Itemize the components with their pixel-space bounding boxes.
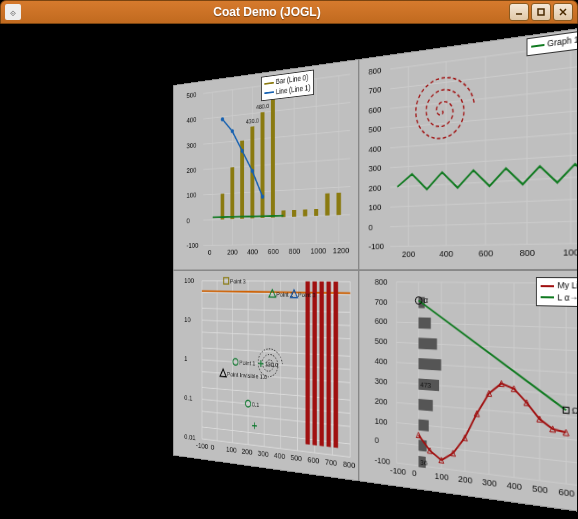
svg-rect-45 [325,193,329,215]
svg-rect-39 [261,112,265,218]
svg-text:1000: 1000 [311,246,327,256]
svg-rect-191 [419,399,433,411]
svg-line-68 [390,65,577,89]
svg-rect-188 [419,338,437,350]
svg-text:200: 200 [242,447,253,457]
svg-rect-128 [312,281,316,445]
svg-text:1000: 1000 [563,247,577,258]
svg-text:200: 200 [227,248,237,257]
svg-text:473: 473 [420,380,431,390]
svg-rect-42 [292,210,296,217]
maximize-icon [536,7,546,17]
chart-tr-svg: 2004006008001000-10001002003004005006007… [359,26,577,270]
svg-rect-189 [419,358,442,371]
svg-line-62 [390,199,577,207]
titlebar[interactable]: ⟐ Coat Demo (JOGL) [0,0,578,24]
svg-text:600: 600 [558,486,574,499]
svg-text:200: 200 [458,474,472,486]
app-icon: ⟐ [5,4,21,20]
svg-text:10: 10 [184,315,191,324]
svg-rect-43 [303,209,307,216]
chart-top-left: 020040060080010001200-100010020030040050… [173,59,359,270]
svg-rect-46 [337,193,341,215]
svg-text:400: 400 [247,247,258,256]
svg-text:600: 600 [308,455,320,466]
minimize-icon [514,7,524,17]
window-title: Coat Demo (JOGL) [213,5,320,19]
app-window: ⟐ Coat Demo (JOGL) 020040060080010001200… [0,0,578,519]
svg-text:300: 300 [375,376,388,387]
svg-text:500: 500 [187,90,197,100]
chart-bottom-left: -10001002003004005006007008000.010.11101… [173,270,359,481]
svg-text:800: 800 [343,459,355,470]
svg-line-11 [203,243,350,246]
svg-rect-1 [538,9,544,15]
svg-text:-100: -100 [390,465,406,477]
chart-top-right: 2004006008001000-10001002003004005006007… [359,25,577,270]
svg-text:100: 100 [435,471,449,483]
svg-line-65 [390,132,577,148]
svg-text:400: 400 [439,249,453,259]
svg-text:600: 600 [268,247,279,256]
svg-text:Point 1: Point 1 [239,358,255,367]
svg-line-61 [390,221,577,227]
svg-line-60 [390,243,577,246]
chart-bottom-right: -1000100200300400500600700-1000100200300… [359,270,577,516]
svg-text:700: 700 [369,85,382,96]
maximize-button[interactable] [531,3,551,21]
svg-text:300: 300 [482,477,497,489]
svg-rect-130 [327,282,331,448]
svg-text:600: 600 [369,104,382,115]
minimize-button[interactable] [509,3,529,21]
svg-rect-40 [271,89,275,217]
svg-text:100: 100 [226,445,236,455]
svg-text:0: 0 [375,435,379,445]
svg-text:100: 100 [375,415,388,426]
svg-text:36: 36 [420,457,427,467]
chart-bl-svg: -10001002003004005006007008000.010.11101… [174,271,358,480]
svg-rect-35 [221,194,225,220]
svg-text:500: 500 [369,124,382,135]
svg-rect-44 [314,209,318,216]
svg-text:100: 100 [187,191,197,200]
svg-text:Point 3: Point 3 [230,277,246,285]
svg-text:Point Invisible 1.0: Point Invisible 1.0 [227,370,267,381]
svg-line-14 [203,158,350,169]
svg-text:-100: -100 [187,241,199,250]
svg-text:1200: 1200 [333,246,349,256]
svg-text:300: 300 [369,163,382,174]
svg-text:Point 3: Point 3 [298,290,315,299]
svg-text:400: 400 [187,115,197,125]
svg-text:400: 400 [375,356,388,367]
svg-text:700: 700 [325,457,337,468]
svg-line-16 [203,102,350,119]
svg-text:800: 800 [520,247,535,258]
svg-text:-100: -100 [375,455,390,467]
svg-text:-100: -100 [196,441,208,451]
svg-line-15 [203,130,350,144]
svg-text:400: 400 [507,480,522,493]
svg-rect-36 [230,167,234,219]
svg-text:200: 200 [369,183,382,193]
svg-text:0.1: 0.1 [252,400,259,409]
svg-rect-192 [419,419,429,431]
svg-text:300: 300 [258,449,269,459]
svg-text:300: 300 [187,140,197,149]
svg-text:600: 600 [375,316,388,326]
svg-text:200: 200 [402,249,415,259]
gl-stage[interactable]: 020040060080010001200-100010020030040050… [1,25,577,518]
chart-br-svg: -1000100200300400500600700-1000100200300… [359,271,577,514]
svg-text:400: 400 [369,144,382,155]
chart-grid: 020040060080010001200-100010020030040050… [173,25,577,515]
svg-text:0: 0 [369,222,373,232]
svg-line-63 [390,176,577,187]
close-button[interactable] [553,3,573,21]
svg-text:100: 100 [184,276,194,285]
svg-text:100: 100 [369,202,382,212]
svg-text:100.0: 100.0 [265,360,278,369]
svg-text:430.0: 430.0 [246,116,259,125]
svg-text:0: 0 [187,216,190,225]
svg-text:500: 500 [375,336,388,346]
svg-text:200: 200 [187,166,197,175]
svg-rect-127 [306,281,310,444]
